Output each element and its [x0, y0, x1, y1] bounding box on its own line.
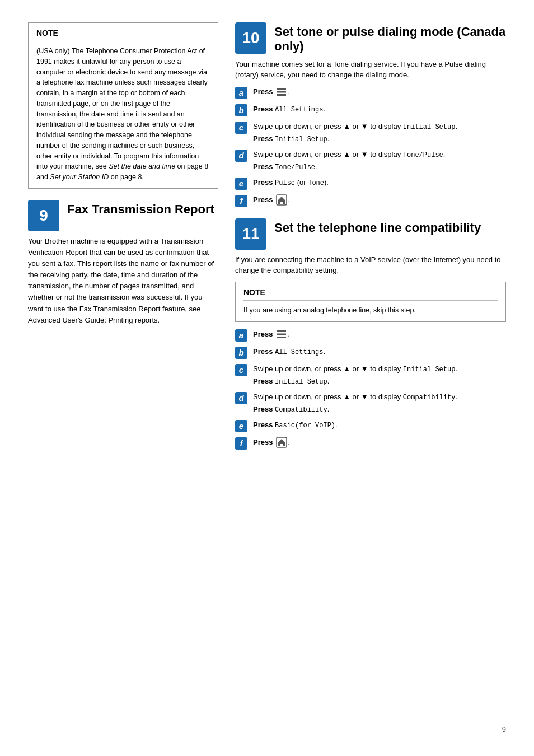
- step-10-b-letter: b: [235, 104, 247, 116]
- home-icon-11f: [276, 437, 287, 448]
- tone-mono: Tone: [308, 179, 324, 187]
- step-11-d-line1: Swipe up or down, or press ▲ or ▼ to dis…: [253, 391, 506, 403]
- section-11-intro: If you are connecting the machine to a V…: [235, 254, 506, 276]
- step-10-f: f Press .: [235, 194, 506, 207]
- step-11-f-letter: f: [235, 437, 247, 450]
- svg-rect-5: [277, 334, 286, 335]
- step-11-e-letter: e: [235, 420, 247, 432]
- step-10-c-line2: Press Initial Setup.: [253, 133, 506, 144]
- step-11-c-content: Swipe up or down, or press ▲ or ▼ to dis…: [253, 363, 506, 387]
- step-10-e-content: Press Pulse (or Tone).: [253, 177, 506, 188]
- step-10-a: a Press .: [235, 86, 506, 99]
- press-label: Press: [253, 377, 273, 385]
- menu-icon: [276, 86, 287, 97]
- section-11-title: Set the telephone line compatibility: [274, 218, 481, 235]
- step-10-c-content: Swipe up or down, or press ▲ or ▼ to dis…: [253, 121, 506, 144]
- step-10-a-letter: a: [235, 87, 247, 99]
- step-11-c-letter: c: [235, 364, 247, 376]
- svg-rect-6: [277, 337, 286, 338]
- press-label: Press: [253, 421, 273, 429]
- press-label: Press: [253, 405, 273, 413]
- step-11-b-letter: b: [235, 347, 247, 359]
- press-label: Press: [253, 87, 273, 96]
- step-11-c-line2: Press Initial Setup.: [253, 376, 506, 387]
- step-11-c: c Swipe up or down, or press ▲ or ▼ to d…: [235, 363, 506, 387]
- step-10-e: e Press Pulse (or Tone).: [235, 177, 506, 190]
- section-10-number: 10: [235, 22, 266, 54]
- press-label: Press: [253, 105, 273, 113]
- step-10-c-line1: Swipe up or down, or press ▲ or ▼ to dis…: [253, 121, 506, 132]
- tone-pulse-mono: Tone/Pulse: [403, 151, 443, 159]
- step-10-d-line2: Press Tone/Pulse.: [253, 161, 506, 172]
- svg-rect-4: [277, 330, 286, 332]
- section-10: 10 Set tone or pulse dialing mode (Canad…: [235, 22, 506, 207]
- section-11-steps: a Press .: [235, 329, 506, 450]
- initial-setup-press-mono-11: Initial Setup: [275, 378, 327, 386]
- section-9-intro: Your Brother machine is equipped with a …: [28, 236, 218, 326]
- basic-voip-mono: Basic(for VoIP): [275, 422, 335, 430]
- all-settings-label: All Settings: [275, 106, 323, 114]
- section-9-number: 9: [28, 200, 59, 231]
- step-11-d-content: Swipe up or down, or press ▲ or ▼ to dis…: [253, 391, 506, 415]
- note-voip-text: If you are using an analog telephone lin…: [243, 305, 498, 316]
- pulse-mono: Pulse: [275, 179, 295, 187]
- step-10-b: b Press All Settings.: [235, 104, 506, 116]
- step-11-d-line2: Press Compatibility.: [253, 404, 506, 415]
- section-11-number: 11: [235, 218, 266, 250]
- section-9-title: Fax Transmission Report: [67, 200, 214, 217]
- svg-rect-1: [277, 91, 286, 93]
- right-column: 10 Set tone or pulse dialing mode (Canad…: [235, 22, 506, 714]
- page-number: 9: [28, 725, 506, 734]
- initial-setup-press-mono: Initial Setup: [275, 136, 327, 143]
- press-label: Press: [253, 195, 273, 204]
- compatibility-mono: Compatibility: [403, 394, 456, 402]
- section-10-title: Set tone or pulse dialing mode (Canada o…: [274, 22, 506, 54]
- section-10-steps: a Press .: [235, 86, 506, 207]
- step-10-d: d Swipe up or down, or press ▲ or ▼ to d…: [235, 149, 506, 172]
- all-settings-label-11: All Settings: [275, 348, 323, 356]
- step-11-a: a Press .: [235, 329, 506, 342]
- press-label: Press: [253, 347, 273, 356]
- step-10-c-letter: c: [235, 122, 247, 134]
- compatibility-press-mono: Compatibility: [275, 406, 327, 414]
- step-11-b: b Press All Settings.: [235, 346, 506, 359]
- step-11-f-content: Press .: [253, 437, 506, 449]
- step-10-f-content: Press .: [253, 194, 506, 206]
- step-11-b-content: Press All Settings.: [253, 346, 506, 357]
- step-11-c-line1: Swipe up or down, or press ▲ or ▼ to dis…: [253, 363, 506, 375]
- page: NOTE (USA only) The Telephone Consumer P…: [0, 0, 534, 756]
- left-column: NOTE (USA only) The Telephone Consumer P…: [28, 22, 218, 714]
- step-11-a-content: Press .: [253, 329, 506, 340]
- section-10-header: 10 Set tone or pulse dialing mode (Canad…: [235, 22, 506, 54]
- home-icon: [276, 194, 287, 206]
- svg-rect-2: [277, 94, 286, 96]
- initial-setup-mono-11: Initial Setup: [403, 366, 456, 374]
- note-box-voip: NOTE If you are using an analog telephon…: [235, 282, 506, 322]
- menu-icon-11a: [276, 329, 287, 340]
- step-10-d-line1: Swipe up or down, or press ▲ or ▼ to dis…: [253, 149, 506, 160]
- note-box-usa: NOTE (USA only) The Telephone Consumer P…: [28, 22, 218, 189]
- initial-setup-mono: Initial Setup: [403, 123, 456, 131]
- step-10-d-content: Swipe up or down, or press ▲ or ▼ to dis…: [253, 149, 506, 172]
- step-11-e: e Press Basic(for VoIP).: [235, 419, 506, 432]
- press-label: Press: [253, 330, 273, 338]
- section-10-intro: Your machine comes set for a Tone dialin…: [235, 59, 506, 81]
- step-11-e-content: Press Basic(for VoIP).: [253, 419, 506, 431]
- step-10-d-letter: d: [235, 150, 247, 162]
- step-10-c: c Swipe up or down, or press ▲ or ▼ to d…: [235, 121, 506, 144]
- section-9: 9 Fax Transmission Report Your Brother m…: [28, 200, 218, 326]
- step-11-f: f Press .: [235, 437, 506, 450]
- tone-pulse-press-mono: Tone/Pulse: [275, 164, 315, 171]
- step-10-e-letter: e: [235, 178, 247, 190]
- svg-rect-0: [277, 88, 286, 90]
- step-10-f-letter: f: [235, 195, 247, 207]
- note-text: (USA only) The Telephone Consumer Protec…: [36, 46, 210, 183]
- step-11-d-letter: d: [235, 392, 247, 404]
- step-11-d: d Swipe up or down, or press ▲ or ▼ to d…: [235, 391, 506, 415]
- note-voip-title: NOTE: [243, 288, 498, 297]
- press-label: Press: [253, 178, 273, 186]
- press-label: Press: [253, 134, 273, 143]
- section-11: 11 Set the telephone line compatibility …: [235, 218, 506, 450]
- step-11-a-letter: a: [235, 329, 247, 342]
- section-9-header: 9 Fax Transmission Report: [28, 200, 218, 231]
